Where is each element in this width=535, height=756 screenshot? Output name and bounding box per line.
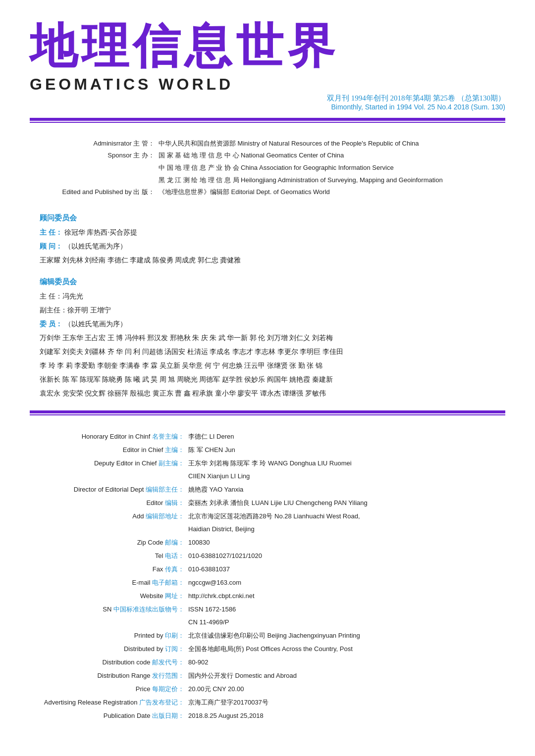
info-value: 北京佳诚信缘彩色印刷公司 Beijing Jiachengxinyuan Pri… [188,629,505,642]
info-label: Distributed by 订阅： [30,643,188,655]
info-value: ngccgw@163.com [188,576,505,589]
info-value: 全国各地邮电局(所) Post Offices Across the Count… [188,643,505,655]
info-label-cn: 电子邮箱： [152,579,184,586]
info-value: 010-63881027/1021/1020 [188,550,505,562]
info-row: Tel 电话：010-63881027/1021/1020 [30,550,505,562]
info-label-cn: 主编： [165,446,184,454]
info-row: Add 编辑部地址：北京市海淀区莲花池西路28号 No.28 Lianhuach… [30,510,505,536]
advisory-title: 顾问委员会 [40,213,495,223]
divider-thick [30,118,505,121]
info-value: http://chrk.cbpt.cnki.net [188,590,505,603]
editorial-weiyuan-note: （以姓氏笔画为序） [64,320,127,328]
info-label-cn: 编辑部地址： [146,512,184,520]
info-row: Distribution code 邮发代号：80-902 [30,656,505,669]
info-row: Zip Code 邮编：100830 [30,536,505,549]
advisory-committee: 顾问委员会 主 任：徐冠华 库热西·买合苏提 顾 问：（以姓氏笔画为序） 王家耀… [40,213,495,267]
info-row: Editor 编辑：栾丽杰 刘承承 潘怡良 LUAN Lijie LIU Che… [30,497,505,509]
info-value: 王东华 刘若梅 陈现军 李 玲 WANG Donghua LIU Ruomei … [188,457,505,483]
admin-label: Edited and Published by 出 版： [30,186,159,199]
info-row: Website 网址：http://chrk.cbpt.cnki.net [30,590,505,603]
editorial-member-row: 李 玲 李 莉 李爱勤 李朝奎 李满春 李 霖 吴立新 吴华意 何 宁 何忠焕 … [40,359,495,373]
info-row: Printed by 印刷：北京佳诚信缘彩色印刷公司 Beijing Jiach… [30,629,505,642]
divider-thick-2 [30,410,505,413]
info-value: 国内外公开发行 Domestic and Abroad [188,669,505,682]
info-label-cn: 副主编： [159,459,184,467]
advisory-wen-row: 顾 问：（以姓氏笔画为序） [40,240,495,253]
editorial-committee: 编辑委员会 主 任：冯先光 副主任：徐开明 王增宁 委 员：（以姓氏笔画为序） … [40,277,495,401]
info-label-cn: 网址： [165,592,184,600]
advisory-zhuren-row: 主 任：徐冠华 库热西·买合苏提 [40,226,495,240]
admin-row: Adminisrrator 主 管：中华人民共和国自然资源部 Ministry … [30,138,505,150]
info-value: 100830 [188,536,505,549]
info-label: Printed by 印刷： [30,629,188,642]
info-label-cn: 邮编： [165,539,184,546]
info-label-cn: 印刷： [165,632,184,639]
info-row: Fax 传真：010-63881037 [30,563,505,576]
editorial-member-row: 万剑华 王东华 王占宏 王 博 冯仲科 邢汉发 邢艳秋 朱 庆 朱 武 华一新 … [40,331,495,345]
admin-value: 中华人民共和国自然资源部 Ministry of Natural Resourc… [159,138,505,150]
info-label-cn: 编辑部主任： [146,486,184,493]
divider-thin [30,122,505,123]
info-label: Tel 电话： [30,550,188,562]
info-value: 李德仁 LI Deren [188,430,505,443]
info-label-cn: 发行范围： [152,672,184,679]
editorial-fuzhuren: 副主任：徐开明 王增宁 [40,303,495,317]
info-label: Price 每期定价： [30,683,188,696]
header-section: 地理信息世界 GEOMATICS WORLD [0,0,535,99]
editorial-member-row: 张新长 陈 军 陈现军 陈晓勇 陈 曦 武 昊 周 旭 周晓光 周德军 赵学胜 … [40,373,495,387]
advisory-zhuren-label: 主 任： [40,229,62,236]
editorial-weiyuan-label: 委 员： [40,320,62,328]
info-label-cn: 中国标准连续出版物号： [113,605,184,613]
info-label-cn: 出版日期： [152,712,184,719]
divider-thin-2 [30,414,505,415]
advisory-wen-label: 顾 问： [40,243,62,250]
editorial-title: 编辑委员会 [40,277,495,287]
editorial-zhuren: 主 任：冯先光 [40,290,495,303]
info-label-cn: 订阅： [165,645,184,653]
info-label: Zip Code 邮编： [30,536,188,549]
info-table: Honorary Editor in Chinf 名誉主编：李德仁 LI Der… [30,430,505,722]
info-label: Deputy Editor in Chief 副主编： [30,457,188,470]
info-label: Advertising Release Registration 广告发布登记： [30,696,188,709]
info-label: E-mail 电子邮箱： [30,576,188,589]
info-label: Editor in Chief 主编： [30,444,188,456]
subtitle-cn: 双月刊 1994年创刊 2018年第4期 第25卷 （总第130期） [0,94,505,103]
info-value: 陈 军 CHEN Jun [188,444,505,456]
admin-value: 《地理信息世界》编辑部 Editorial Dept. of Geomatics… [159,186,505,199]
info-value: 姚艳霞 YAO Yanxia [188,483,505,496]
subtitle-block: 双月刊 1994年创刊 2018年第4期 第25卷 （总第130期） Bimon… [0,94,535,111]
admin-block: Adminisrrator 主 管：中华人民共和国自然资源部 Ministry … [30,138,505,199]
info-value: 2018.8.25 August 25,2018 [188,709,505,722]
info-row: SN 中国标准连续出版物号：ISSN 1672-1586 CN 11-4969/… [30,603,505,629]
editorial-member-row: 袁宏永 党安荣 倪文辉 徐丽萍 殷福忠 黄正东 曹 鑫 程承旗 童小华 廖安平 … [40,387,495,401]
info-label-cn: 每期定价： [152,685,184,693]
admin-row: 黑 龙 江 测 绘 地 理 信 息 局 Heilongjiang Adminis… [30,174,505,187]
info-label: SN 中国标准连续出版物号： [30,603,188,616]
info-label-cn: 邮发代号： [152,658,184,666]
info-label: Honorary Editor in Chinf 名誉主编： [30,430,188,443]
subtitle-en: Bimonthly, Started in 1994 Vol. 25 No.4 … [0,103,505,111]
info-label-cn: 电话： [165,552,184,559]
info-label: Distribution code 邮发代号： [30,656,188,669]
info-value: 80-902 [188,656,505,669]
info-value: 010-63881037 [188,563,505,576]
info-row: Editor in Chief 主编：陈 军 CHEN Jun [30,444,505,456]
info-label: Director of Editorial Dept 编辑部主任： [30,483,188,496]
info-row: Honorary Editor in Chinf 名誉主编：李德仁 LI Der… [30,430,505,443]
admin-label: Adminisrrator 主 管： [30,138,159,150]
info-row: Price 每期定价：20.00元 CNY 20.00 [30,683,505,696]
title-english: GEOMATICS WORLD [30,75,505,94]
info-value: 北京市海淀区莲花池西路28号 No.28 Lianhuachi West Roa… [188,510,505,536]
info-label: Editor 编辑： [30,497,188,509]
admin-value: 中 国 地 理 信 息 产 业 协 会 China Association fo… [159,162,505,174]
editorial-weiyuan-row: 委 员：（以姓氏笔画为序） [40,317,495,331]
admin-value: 黑 龙 江 测 绘 地 理 信 息 局 Heilongjiang Adminis… [159,174,505,187]
advisory-members: 王家耀 刘先林 刘经南 李德仁 李建成 陈俊勇 周成虎 郭仁忠 龚健雅 [40,253,495,267]
editorial-member-row: 刘建军 刘奕夫 刘疆林 齐 华 闫 利 闫超德 汤国安 杜清运 李成名 李志才 … [40,345,495,359]
info-value: 京海工商广登字20170037号 [188,696,505,709]
info-label: Distribution Range 发行范围： [30,669,188,682]
advisory-zhuren-value: 徐冠华 库热西·买合苏提 [64,229,137,236]
info-value: 栾丽杰 刘承承 潘怡良 LUAN Lijie LIU Chengcheng PA… [188,497,505,509]
info-row: E-mail 电子邮箱：ngccgw@163.com [30,576,505,589]
info-value: 20.00元 CNY 20.00 [188,683,505,696]
